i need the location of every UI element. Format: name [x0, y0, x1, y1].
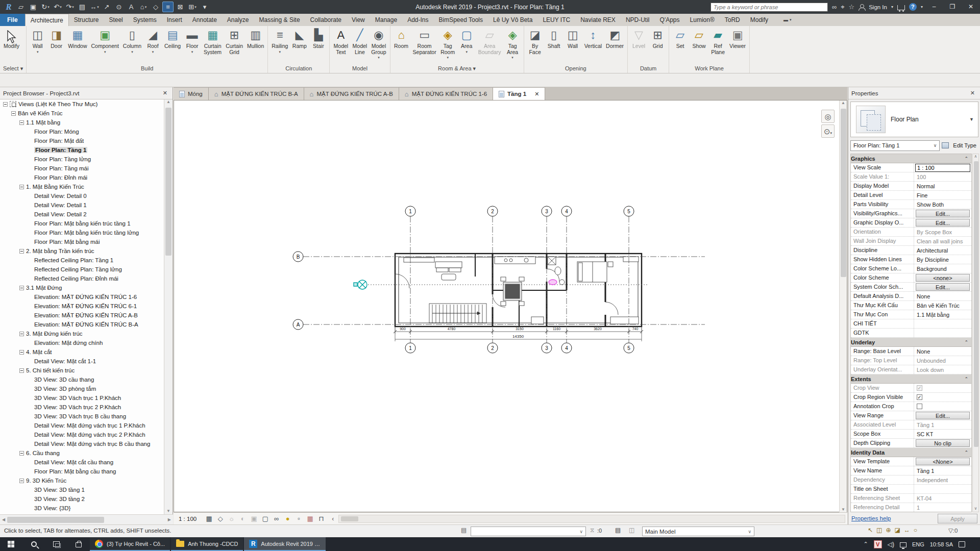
background-processes-icon[interactable]: ○ — [914, 527, 917, 534]
drag-on-selection-icon[interactable]: ↔ — [904, 527, 910, 534]
ref-plane-button[interactable]: Ref Plane — [708, 27, 727, 63]
tab-npd-util[interactable]: NPD-Util — [621, 14, 655, 26]
property-value[interactable]: SC KT — [915, 431, 933, 437]
property-value[interactable]: Independent — [915, 477, 948, 483]
tree-item[interactable]: 3D View: {3D} — [0, 504, 164, 513]
tab-insert[interactable]: Insert — [162, 14, 187, 26]
selected-element-highlight[interactable] — [549, 280, 557, 285]
help-icon[interactable]: ? — [909, 3, 917, 11]
clock[interactable]: 10:58 SA — [930, 541, 953, 547]
tree-expander-icon[interactable] — [19, 368, 24, 373]
hidden-icons-chevron[interactable]: ⌃ — [863, 541, 868, 547]
drawing-canvas[interactable]: 1122334455BA 900478031501160362074014350… — [174, 100, 847, 512]
column-button[interactable]: Column▾ — [121, 27, 143, 63]
tree-expander-icon[interactable] — [19, 479, 24, 483]
tag-by-category-icon[interactable]: ⊙ — [113, 2, 125, 12]
set-button[interactable]: Set — [671, 27, 690, 63]
property-edit-button[interactable]: Edit... — [916, 412, 970, 419]
panel-label-work-plane[interactable]: Work Plane — [669, 64, 749, 73]
tree-item[interactable]: 3D View: 3D Vách trục B cầu thang — [0, 412, 164, 421]
print-icon[interactable]: ▤ — [77, 2, 88, 12]
tab-collaborate[interactable]: Collaborate — [305, 14, 347, 26]
tab-tord[interactable]: ToRD — [720, 14, 745, 26]
view-tab-mặt-đứng-kiến-trúc-a-b[interactable]: ⌂MẶT ĐỨNG KIẾN TRÚC A-B — [304, 87, 399, 100]
property-value[interactable]: None — [915, 293, 930, 299]
property-value[interactable]: Look down — [915, 367, 944, 373]
sign-in-dropdown-icon[interactable]: ▾ — [891, 5, 893, 9]
temporary-view-properties-icon[interactable]: ▫ — [294, 514, 304, 523]
view-tab-mặt-đứng-kiến-trúc-b-a[interactable]: ⌂MẶT ĐỨNG KIẾN TRÚC B-A — [209, 87, 304, 100]
taskbar-search-icon[interactable] — [22, 537, 45, 551]
tree-item[interactable]: Elevation: MẶT ĐỨNG KIẾN TRÚC A-B — [0, 311, 164, 320]
exchange-apps-icon[interactable] — [897, 5, 905, 10]
taskbar-app-folder[interactable]: Anh Thuong -CDCD — [171, 537, 243, 551]
minimize-button[interactable]: – — [927, 2, 941, 12]
tree-item[interactable]: Detail View: Mặt đứng vách trục B cầu th… — [0, 439, 164, 448]
railing-button[interactable]: Railing▾ — [270, 27, 290, 63]
room-button[interactable]: Room — [392, 27, 411, 63]
tree-item[interactable]: Views (Liệt Kê Theo Thư Mục) — [0, 99, 164, 109]
tree-item[interactable]: 3D View: 3D phòng tắm — [0, 384, 164, 393]
tag-area-button[interactable]: Tag Area▾ — [503, 27, 522, 63]
tree-item[interactable]: Detail View: Mặt đứng vách trục 1 P.Khác… — [0, 421, 164, 430]
section-icon[interactable]: ◇ — [150, 2, 161, 12]
tree-expander-icon[interactable] — [19, 350, 24, 355]
property-value[interactable]: Background — [915, 266, 947, 272]
save-icon[interactable]: ▣ — [28, 2, 39, 12]
curtain-grid-button[interactable]: Curtain Grid — [224, 27, 245, 63]
property-value[interactable]: Show Both — [915, 202, 944, 208]
network-icon[interactable] — [900, 542, 906, 547]
property-edit-button[interactable]: Edit... — [916, 219, 970, 227]
property-value[interactable]: Tầng 1 — [915, 468, 934, 474]
tree-item[interactable]: Floor Plan: Mặt đất — [0, 136, 164, 145]
collapse-section-icon[interactable]: ⌃ — [964, 450, 968, 455]
window-button[interactable]: Window — [66, 27, 89, 63]
show-crop-region-icon[interactable]: ▢ — [260, 514, 270, 523]
design-options-icon[interactable]: ▤ — [615, 527, 621, 534]
property-section-graphics[interactable]: Graphics⌃ — [851, 154, 971, 163]
tree-item[interactable]: Elevation: MẶT ĐỨNG KIẾN TRÚC 6-1 — [0, 302, 164, 311]
property-edit-button[interactable]: Edit... — [916, 283, 970, 291]
filter-icon[interactable]: ▽ — [948, 528, 953, 534]
active-workset-combo[interactable]: ∨ — [471, 527, 586, 536]
volume-icon[interactable]: ◁) — [888, 541, 894, 548]
area-button[interactable]: Area▾ — [457, 27, 476, 63]
close-button[interactable]: ✕ — [964, 2, 978, 12]
roof-button[interactable]: Roof▾ — [143, 27, 162, 63]
tree-item[interactable]: 3D View: 3D Vách trục 1 P.Khách — [0, 393, 164, 403]
design-options-pick-icon[interactable]: ◫ — [629, 527, 634, 534]
model-group-button[interactable]: Model Group▾ — [369, 27, 388, 63]
panel-label-opening[interactable]: Opening — [524, 64, 627, 73]
room-separator-button[interactable]: Room Separator — [411, 27, 438, 63]
property-edit-button[interactable]: <None> — [916, 458, 970, 465]
tree-expander-icon[interactable] — [19, 451, 24, 456]
viewer-button[interactable]: Viewer — [727, 27, 748, 63]
property-value[interactable]: Tầng 1 — [915, 422, 934, 428]
view-selector-combo[interactable]: Floor Plan: Tầng 1 ∨ — [850, 140, 940, 151]
tab-lumion-[interactable]: Lumion® — [685, 14, 720, 26]
ceiling-button[interactable]: Ceiling — [162, 27, 183, 63]
revit-logo-icon[interactable]: R — [3, 2, 14, 12]
tab-structure[interactable]: Structure — [69, 14, 104, 26]
wall-button[interactable]: Wall — [564, 27, 582, 63]
tab-modify[interactable]: Modify — [745, 14, 773, 26]
model-text-button[interactable]: Model Text — [331, 27, 350, 63]
modify-button[interactable]: Modify — [2, 27, 21, 63]
tree-item[interactable]: 9. 3D Kiến Trúc — [0, 476, 164, 485]
view-tab-móng[interactable]: Móng — [174, 87, 209, 100]
property-value[interactable]: Clean all wall joins — [915, 238, 963, 244]
tab-leuy-itc[interactable]: LEUY ITC — [537, 14, 575, 26]
tab-analyze[interactable]: Analyze — [222, 14, 254, 26]
tab-manage[interactable]: Manage — [370, 14, 402, 26]
communication-center-icon[interactable]: ⌖ — [841, 3, 844, 11]
sign-in-button[interactable]: Sign In — [869, 4, 887, 10]
property-value[interactable]: KT-04 — [915, 495, 932, 502]
tab-naviate-rex[interactable]: Naviate REX — [575, 14, 621, 26]
tree-item[interactable]: Floor Plan: Mặt bằng cầu thang — [0, 467, 164, 476]
collapse-section-icon[interactable]: ⌃ — [964, 156, 968, 161]
measure-icon[interactable]: ↔▾ — [89, 2, 100, 12]
tree-item[interactable]: Detail View: Detail 2 — [0, 210, 164, 219]
by-face-button[interactable]: By Face — [526, 27, 545, 63]
search-icon[interactable]: ∞ — [832, 3, 837, 11]
tree-expander-icon[interactable] — [3, 102, 8, 107]
